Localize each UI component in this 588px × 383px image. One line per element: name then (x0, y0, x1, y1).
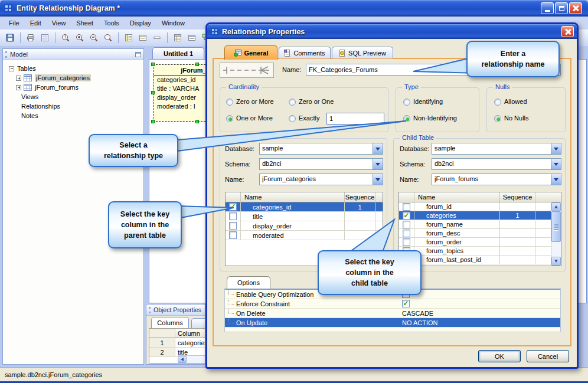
row-checkbox[interactable] (229, 212, 237, 220)
tab-untitled-1[interactable]: Untitled 1 (152, 47, 204, 60)
options-row[interactable]: On Delete CASCADE (225, 309, 560, 318)
radio-allowed[interactable] (494, 99, 501, 106)
panel-grip[interactable] (149, 307, 151, 313)
table-columns-view-button[interactable] (171, 31, 184, 44)
float-panel-icon[interactable] (135, 52, 141, 57)
parent-database-select[interactable]: sample (259, 143, 383, 155)
object-properties-header[interactable]: Object Properties (146, 305, 205, 316)
grid-button[interactable] (38, 31, 51, 44)
menu-display[interactable]: Display (125, 18, 156, 28)
zoom-in-button[interactable] (73, 31, 86, 44)
chevron-down-icon[interactable] (551, 174, 561, 185)
child-column-row[interactable]: forum_id (399, 202, 561, 211)
child-name-select[interactable]: jForum_forums (432, 174, 561, 185)
panel-grip[interactable] (5, 51, 7, 58)
parent-column-row[interactable]: categories_id 1 (226, 202, 383, 212)
tree-item-tables[interactable]: Tables (3, 64, 143, 73)
row-checkbox[interactable] (403, 238, 410, 246)
radio-non-identifying[interactable] (403, 115, 410, 122)
tree-item-jforum-forums[interactable]: jForum_forums (3, 83, 143, 92)
dialog-close-button[interactable] (561, 26, 574, 37)
scroll-left-button[interactable] (178, 356, 187, 363)
row-checkbox[interactable] (229, 203, 237, 211)
parent-column-row[interactable]: display_order (226, 221, 383, 231)
menu-tools[interactable]: Tools (99, 18, 125, 28)
chevron-down-icon[interactable] (551, 159, 561, 169)
table-name-view-button[interactable] (122, 31, 135, 44)
expand-expander-icon[interactable] (16, 76, 21, 81)
minimize-button[interactable] (541, 2, 554, 14)
row-checkbox[interactable] (229, 231, 237, 239)
options-row[interactable]: On Update NO ACTION (225, 318, 560, 328)
column-row[interactable]: 1 categories (149, 338, 205, 348)
scroll-down-button[interactable] (551, 257, 561, 266)
child-column-row[interactable]: forum_last_post_id (399, 256, 561, 264)
tree-item-views[interactable]: Views (3, 92, 143, 102)
zoom-out-button[interactable] (87, 31, 100, 44)
tab-sql-preview[interactable]: SQL Preview (332, 47, 393, 58)
selection-handle[interactable] (151, 120, 155, 123)
tab-partial[interactable] (191, 318, 205, 328)
child-column-row[interactable]: forum_name (399, 220, 561, 229)
tab-general[interactable]: General (224, 45, 277, 60)
tab-comments[interactable]: Comments (279, 47, 331, 58)
parent-schema-select[interactable]: db2nci (259, 158, 383, 170)
child-column-row[interactable]: forum_topics (399, 247, 561, 256)
tree-item-notes[interactable]: Notes (3, 111, 143, 120)
collapse-expander-icon[interactable] (9, 66, 14, 71)
child-column-row[interactable]: forum_order (399, 238, 561, 247)
close-button[interactable] (569, 2, 582, 14)
parent-column-row[interactable]: title (226, 212, 383, 221)
selection-handle[interactable] (151, 63, 155, 66)
radio-one-or-more[interactable] (226, 115, 233, 122)
radio-zero-or-one[interactable] (289, 99, 296, 106)
row-checkbox[interactable] (403, 212, 410, 220)
selection-handle[interactable] (195, 120, 199, 123)
tab-columns[interactable]: Columns (151, 317, 189, 328)
table-keys-view-button[interactable] (185, 31, 198, 44)
exactly-value-input[interactable] (326, 113, 384, 125)
horizontal-scrollbar[interactable] (178, 355, 205, 363)
child-schema-select[interactable]: db2nci (432, 158, 561, 170)
menu-edit[interactable]: Edit (25, 18, 47, 28)
cancel-button[interactable]: Cancel (527, 350, 569, 362)
row-checkbox[interactable] (403, 221, 410, 228)
menu-window[interactable]: Window (156, 18, 190, 28)
menu-sheet[interactable]: Sheet (71, 18, 99, 28)
row-checkbox[interactable] (229, 222, 237, 230)
row-checkbox[interactable] (403, 230, 410, 237)
options-row[interactable]: Enforce Constraint (225, 299, 560, 309)
print-button[interactable] (24, 31, 37, 44)
option-checkbox[interactable] (402, 300, 410, 307)
radio-identifying[interactable] (403, 99, 410, 106)
tab-options[interactable]: Options (227, 276, 270, 289)
chevron-down-icon[interactable] (373, 143, 383, 154)
scrollbar-thumb[interactable] (551, 211, 561, 242)
chevron-down-icon[interactable] (551, 143, 561, 154)
model-panel-header[interactable]: Model (3, 49, 143, 60)
tree-item-jforum-categories[interactable]: jForum_categories (3, 73, 143, 83)
parent-column-row[interactable]: moderated (226, 231, 383, 240)
vertical-scrollbar[interactable] (551, 202, 561, 266)
maximize-button[interactable] (555, 2, 568, 14)
parent-name-select[interactable]: jForum_categories (259, 174, 383, 185)
save-button[interactable] (4, 31, 17, 44)
menu-view[interactable]: View (47, 18, 71, 28)
expand-expander-icon[interactable] (16, 85, 21, 90)
ok-button[interactable]: OK (478, 350, 521, 362)
table-row-view-button[interactable] (136, 31, 149, 44)
zoom-button[interactable] (102, 31, 115, 44)
selection-handle[interactable] (195, 63, 199, 66)
zoom-actual-button[interactable]: 1 (59, 31, 72, 44)
selection-handle[interactable] (151, 91, 155, 94)
chevron-down-icon[interactable] (373, 159, 383, 169)
tree-item-relationships[interactable]: Relationships (3, 102, 143, 111)
child-column-row[interactable]: forum_desc (399, 229, 561, 238)
radio-exactly[interactable] (289, 115, 296, 122)
radio-zero-or-more[interactable] (226, 99, 233, 106)
menu-file[interactable]: File (4, 18, 25, 28)
child-column-row[interactable]: categories 1 (399, 211, 561, 220)
table-collapsed-view-button[interactable] (151, 31, 164, 44)
row-checkbox[interactable] (403, 203, 410, 211)
chevron-down-icon[interactable] (373, 174, 383, 185)
